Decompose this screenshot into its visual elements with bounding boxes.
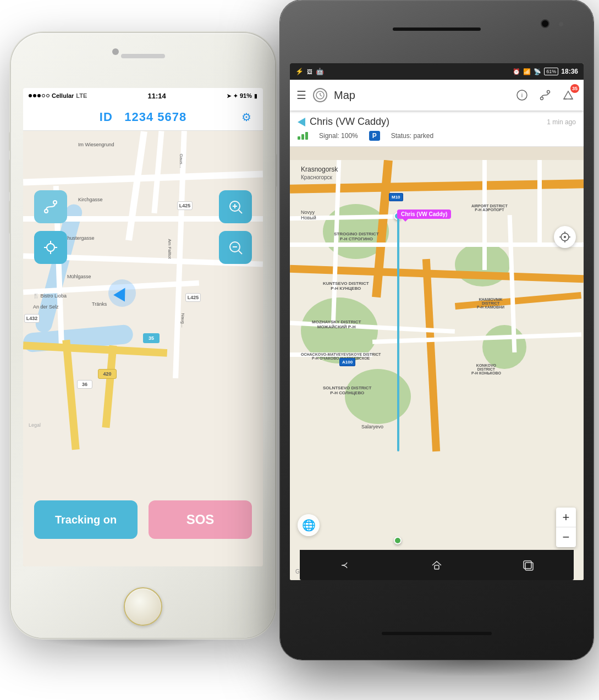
- svg-text:i: i: [521, 92, 523, 98]
- iphone-speaker: [121, 54, 165, 58]
- white-road-9: [537, 160, 542, 242]
- home-button[interactable]: [124, 587, 162, 626]
- map-label-gaus: Gaus...: [179, 154, 184, 168]
- svg-point-2: [47, 244, 54, 251]
- green-area-4: [482, 325, 526, 369]
- iphone-map[interactable]: Im Wiesengrund Kirchgasse Schustergasse …: [23, 131, 263, 566]
- app-title: Map: [334, 89, 507, 102]
- android-status-right: ⏰ 📶 📡 61% 18:36: [513, 68, 578, 75]
- svg-marker-21: [564, 91, 573, 99]
- android-map[interactable]: Krasnogorsk Красногорск STROGINO DISTRIC…: [290, 160, 584, 580]
- android-icon: 🤖: [316, 68, 324, 75]
- iphone-device: Cellular LTE 11:14 ➤ ✦ 91% ▮ ID: [11, 33, 275, 638]
- notifications-button[interactable]: 35: [559, 86, 577, 104]
- iphone-badge-L425-1: L425: [177, 201, 193, 210]
- svg-rect-30: [435, 565, 439, 569]
- svg-point-19: [541, 97, 543, 100]
- map-layer-button[interactable]: 🌐: [298, 514, 320, 536]
- district-strogino: STROGINO DISTRICTР-Н СТРОГИНО: [334, 232, 379, 241]
- crosshair-button[interactable]: [34, 231, 67, 264]
- iphone-badge-L432: L432: [24, 314, 40, 323]
- map-label-muhlgasse: Mühlgasse: [67, 274, 91, 279]
- signal-icon: 📡: [534, 68, 541, 75]
- signal-info: Signal: 100%: [319, 132, 358, 140]
- iphone-time: 11:14: [148, 92, 166, 100]
- svg-point-20: [547, 91, 550, 93]
- android-shell: ⚡ 🖼 🤖 ⏰ 📶 📡 61% 18:36 ☰: [280, 0, 593, 660]
- recents-button[interactable]: [520, 557, 536, 574]
- bluetooth-icon: ✦: [233, 93, 238, 99]
- map-label-kirchgasse: Kirchgasse: [78, 197, 103, 202]
- route-start-dot: [394, 537, 402, 544]
- sos-button[interactable]: SOS: [149, 500, 252, 539]
- android-battery: 61%: [544, 68, 558, 75]
- district-konkovo: KONKOVODISTRICTР-Н КОНЬКОВО: [471, 363, 501, 375]
- info-button[interactable]: i: [513, 86, 531, 104]
- last-update-time: 1 min ago: [547, 118, 576, 126]
- settings-button[interactable]: ⚙: [238, 108, 255, 126]
- map-label-selz: An der Selz: [33, 304, 59, 310]
- battery-level: 91%: [240, 92, 252, 99]
- tracking-button[interactable]: Tracking on: [34, 500, 138, 539]
- status-right-icons: ➤ ✦ 91% ▮: [227, 92, 257, 99]
- gps-center-button[interactable]: [554, 226, 576, 248]
- svg-point-25: [564, 236, 566, 238]
- iphone-camera: [112, 48, 119, 55]
- district-mozhaysky: MOZHAYSKY DISTRICTМОЖАЙСКИЙ Р-Н: [312, 319, 361, 329]
- signal-bar-1: [298, 136, 300, 140]
- signal-bars: [298, 132, 308, 140]
- vehicle-map-pin: Chris (VW Caddy): [397, 210, 451, 219]
- back-button[interactable]: [337, 557, 354, 574]
- district-khamovnik: KHAMOVNIKDISTRICTР-Н ХАМОВНИ: [477, 297, 504, 309]
- status-info: Status: parked: [391, 132, 433, 140]
- android-time: 18:36: [561, 68, 578, 75]
- route-line: [397, 215, 399, 451]
- iphone-volume-down-button: [9, 201, 11, 234]
- iphone-badge-L425-2: L425: [185, 293, 201, 302]
- city-krasnogorsk-en: Krasnogorsk: [301, 166, 338, 173]
- zoom-out-button[interactable]: [219, 231, 252, 264]
- route-icon-button[interactable]: [536, 86, 554, 104]
- vehicle-info-card: Chris (VW Caddy) 1 min ago Signal: 100%: [290, 111, 584, 147]
- android-zoom-in-button[interactable]: +: [556, 508, 576, 527]
- navigation-arrow-icon: [298, 118, 305, 126]
- zoom-in-button[interactable]: [219, 190, 252, 223]
- home-button[interactable]: [428, 557, 445, 574]
- white-road-4: [482, 160, 487, 270]
- svg-line-8: [239, 210, 242, 213]
- iphone-mute-button: [9, 132, 11, 151]
- android-speaker-bottom: [382, 632, 492, 635]
- android-device: ⚡ 🖼 🤖 ⏰ 📶 📡 61% 18:36 ☰: [280, 0, 593, 660]
- district-solntsevo: SOLNTSEVO DISTRICTР-Н СОЛНЦЕВО: [323, 385, 371, 395]
- android-navbar: [300, 550, 574, 580]
- route-button[interactable]: [34, 190, 67, 223]
- signal-dot-2: [33, 94, 36, 97]
- iphone-badge-420: 420: [98, 369, 117, 379]
- svg-point-1: [53, 201, 57, 204]
- vehicle-status-row: Signal: 100% P Status: parked: [298, 131, 576, 141]
- android-camera: [541, 19, 549, 28]
- signal-value: 100%: [341, 132, 358, 140]
- map-label-legal: Legal: [29, 422, 41, 428]
- notification-badge: 35: [570, 84, 579, 93]
- road-badge-A100: A100: [339, 358, 355, 366]
- map-label-falltor: Am Falltot: [167, 239, 172, 258]
- iphone-power-button: [275, 154, 277, 187]
- android-zoom-out-button[interactable]: −: [556, 527, 576, 547]
- map-label-naugasse: Naug...: [180, 313, 185, 328]
- scene: Cellular LTE 11:14 ➤ ✦ 91% ▮ ID: [0, 0, 599, 700]
- city-krasnogorsk-ru: Красногорск: [301, 174, 332, 180]
- green-area-5: [345, 369, 411, 424]
- direction-arrow: [113, 284, 131, 301]
- device-id: ID 1234 5678: [100, 110, 186, 124]
- status-value: parked: [413, 132, 433, 140]
- wifi-icon: 📶: [523, 68, 531, 75]
- map-label-tranks: Tränks: [92, 301, 107, 307]
- svg-line-16: [320, 95, 322, 96]
- android-screen: ⚡ 🖼 🤖 ⏰ 📶 📡 61% 18:36 ☰: [290, 63, 584, 580]
- iphone-statusbar: Cellular LTE 11:14 ➤ ✦ 91% ▮: [23, 88, 263, 103]
- map-label-im-wiesengrund: Im Wiesengrund: [78, 142, 114, 147]
- vehicle-name-group: Chris (VW Caddy): [298, 116, 389, 128]
- signal-dots: [29, 94, 50, 97]
- menu-icon[interactable]: ☰: [296, 89, 306, 102]
